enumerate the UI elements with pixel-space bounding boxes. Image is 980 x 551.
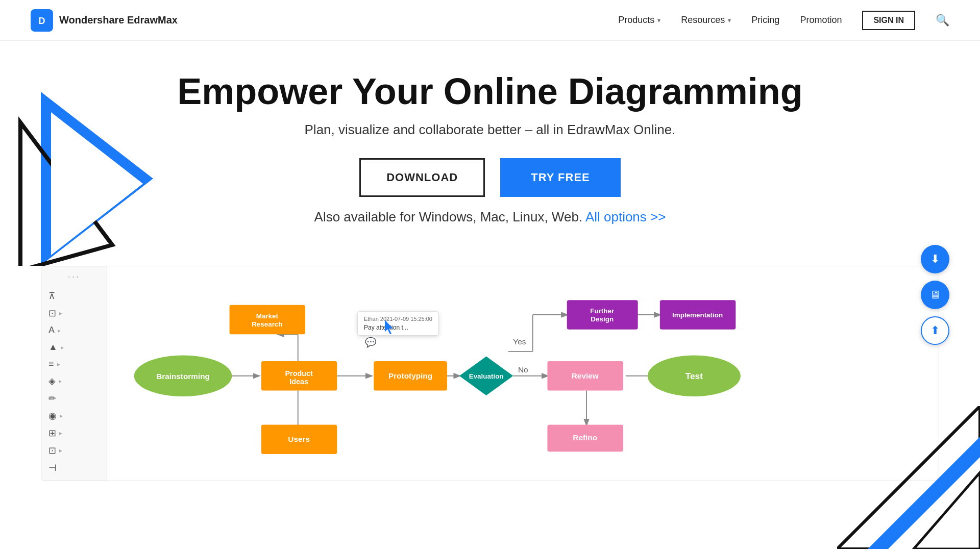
download-button[interactable]: DOWNLOAD	[359, 158, 485, 197]
upload-float-icon: ⬆	[930, 324, 940, 337]
comment-icon: 💬	[365, 337, 376, 348]
svg-text:Refino: Refino	[573, 433, 597, 442]
signin-button[interactable]: SIGN IN	[862, 11, 915, 30]
svg-text:Users: Users	[288, 435, 310, 443]
nav-resources[interactable]: Resources ▾	[681, 15, 731, 26]
nav-products[interactable]: Products ▾	[618, 15, 660, 26]
logo-area[interactable]: D Wondershare EdrawMax	[31, 9, 178, 32]
nav-promotion[interactable]: Promotion	[800, 15, 842, 26]
toolbar-list[interactable]: ≡ ▸	[41, 357, 107, 371]
text-icon: A	[48, 325, 55, 336]
svg-text:Prototyping: Prototyping	[388, 371, 432, 380]
svg-marker-4	[51, 112, 143, 255]
toolbar-text[interactable]: A ▸	[41, 323, 107, 338]
search-icon[interactable]: 🔍	[936, 14, 949, 27]
table-icon: ⊞	[48, 428, 56, 439]
diagram-canvas: Yes No Brainstorming	[107, 266, 939, 481]
decorative-triangle-left	[10, 82, 163, 272]
toolbar-dots: ···	[68, 271, 80, 282]
svg-text:Market: Market	[256, 312, 279, 320]
shape-icon: ⊡	[48, 308, 56, 319]
right-float-buttons: ⬇ 🖥 ⬆	[921, 245, 949, 345]
table-arrow-icon: ▸	[59, 430, 62, 437]
toolbar-table[interactable]: ⊞ ▸	[41, 425, 107, 441]
comment-bubble: Ethan 2021-07-09 15:25:00 Pay attention …	[357, 311, 439, 336]
format-arrow-icon: ▸	[61, 344, 64, 351]
toolbar-shape[interactable]: ⊡ ▸	[41, 306, 107, 321]
comment-author: Ethan	[364, 316, 379, 322]
main-nav: Products ▾ Resources ▾ Pricing Promotion…	[618, 11, 949, 30]
header: D Wondershare EdrawMax Products ▾ Resour…	[0, 0, 980, 41]
svg-text:Yes: Yes	[513, 337, 526, 346]
nav-pricing[interactable]: Pricing	[751, 15, 779, 26]
diagram-section: ··· ⊼ ⊡ ▸ A ▸ ▲ ▸ ≡ ▸ ◈ ▸ ✏ ◉ ▸	[0, 266, 980, 481]
svg-text:Brainstorming: Brainstorming	[156, 372, 210, 381]
svg-text:Ideas: Ideas	[289, 378, 308, 386]
format-icon: ▲	[48, 342, 58, 353]
upload-float-button[interactable]: ⬆	[921, 316, 949, 345]
svg-text:Design: Design	[591, 316, 614, 323]
toolbar-fill[interactable]: ◈ ▸	[41, 373, 107, 389]
select-icon: ⊼	[48, 290, 55, 302]
svg-text:Evaluation: Evaluation	[469, 372, 504, 380]
toolbar-pen[interactable]: ✏	[41, 391, 107, 406]
svg-text:No: No	[518, 365, 528, 374]
resources-chevron-icon: ▾	[728, 17, 731, 24]
list-icon: ≡	[48, 359, 54, 369]
text-arrow-icon: ▸	[58, 327, 61, 334]
toolbar-frame[interactable]: ⊡ ▸	[41, 443, 107, 458]
fill-arrow-icon: ▸	[59, 378, 62, 385]
cursor-icon	[383, 320, 395, 337]
monitor-float-button[interactable]: 🖥	[921, 281, 949, 309]
frame-icon: ⊡	[48, 445, 56, 456]
toolbar-select[interactable]: ⊼	[41, 288, 107, 304]
try-free-button[interactable]: TRY FREE	[500, 158, 621, 197]
logo-icon: D	[31, 9, 53, 32]
svg-text:Research: Research	[252, 320, 282, 328]
svg-marker-48	[914, 472, 980, 549]
diagram-toolbar: ··· ⊼ ⊡ ▸ A ▸ ▲ ▸ ≡ ▸ ◈ ▸ ✏ ◉ ▸	[41, 266, 107, 481]
all-options-link[interactable]: All options >>	[585, 209, 666, 224]
download-float-button[interactable]: ⬇	[921, 245, 949, 273]
frame-arrow-icon: ▸	[59, 447, 62, 454]
comment-text: Pay attention t...	[364, 324, 432, 331]
list-arrow-icon: ▸	[57, 361, 60, 368]
fill-icon: ◈	[48, 375, 56, 387]
export-icon: ⊣	[48, 462, 57, 473]
toolbar-connector[interactable]: ◉ ▸	[41, 408, 107, 423]
toolbar-export[interactable]: ⊣	[41, 460, 107, 475]
shape-arrow-icon: ▸	[59, 310, 62, 317]
svg-text:Product: Product	[285, 369, 313, 378]
svg-text:Implementation: Implementation	[672, 311, 723, 319]
svg-text:Further: Further	[590, 307, 615, 315]
brand-name: Wondershare EdrawMax	[59, 14, 178, 26]
hero-section: Empower Your Online Diagramming Plan, vi…	[0, 41, 980, 266]
flowchart-svg: Yes No Brainstorming	[107, 266, 939, 481]
connector-arrow-icon: ▸	[60, 412, 63, 419]
svg-text:Review: Review	[572, 371, 599, 380]
products-chevron-icon: ▾	[657, 17, 660, 24]
download-float-icon: ⬇	[930, 253, 940, 266]
svg-text:D: D	[39, 16, 45, 26]
toolbar-format[interactable]: ▲ ▸	[41, 340, 107, 355]
pen-icon: ✏	[48, 393, 56, 404]
svg-text:Test: Test	[685, 371, 703, 381]
connector-icon: ◉	[48, 410, 57, 421]
monitor-float-icon: 🖥	[929, 288, 941, 302]
